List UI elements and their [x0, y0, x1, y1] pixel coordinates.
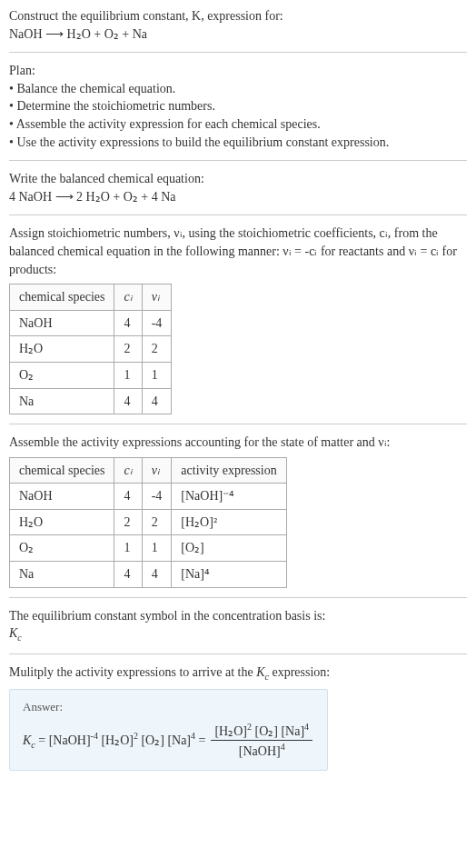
- cell-species: NaOH: [10, 484, 114, 510]
- cell-vi: 2: [142, 509, 172, 535]
- cell-activity: [Na]⁴: [172, 562, 286, 588]
- activity-table: chemical species cᵢ νᵢ activity expressi…: [9, 457, 287, 588]
- table-header-row: chemical species cᵢ νᵢ activity expressi…: [10, 457, 287, 484]
- cell-ci: 4: [114, 310, 142, 336]
- stoich-section: Assign stoichiometric numbers, νᵢ, using…: [9, 224, 467, 414]
- cell-species: O₂: [10, 535, 114, 562]
- intro: Construct the equilibrium constant, K, e…: [9, 7, 467, 43]
- cell-vi: 4: [142, 388, 172, 414]
- cell-species: Na: [10, 562, 114, 588]
- cell-species: O₂: [10, 362, 114, 388]
- cell-vi: 4: [142, 562, 172, 588]
- cell-species: NaOH: [10, 310, 114, 336]
- cell-ci: 2: [114, 509, 142, 535]
- stoich-table: chemical species cᵢ νᵢ NaOH 4 -4 H₂O 2 2…: [9, 284, 172, 414]
- answer-fraction: [H₂O]2 [O₂] [Na]4 [NaOH]4: [211, 721, 312, 761]
- answer-expression: Kc = [NaOH]-4 [H₂O]2 [O₂] [Na]4 = [H₂O]2…: [23, 721, 314, 761]
- table-row: NaOH 4 -4 [NaOH]⁻⁴: [10, 484, 287, 510]
- cell-species: H₂O: [10, 336, 114, 363]
- table-header-row: chemical species cᵢ νᵢ: [10, 284, 172, 311]
- cell-ci: 4: [114, 562, 142, 588]
- table-row: Na 4 4 [Na]⁴: [10, 562, 287, 588]
- cell-vi: 1: [142, 362, 172, 388]
- divider: [9, 52, 467, 53]
- table-row: O₂ 1 1: [10, 362, 172, 388]
- cell-vi: 1: [142, 535, 172, 562]
- table-row: Na 4 4: [10, 388, 172, 414]
- cell-vi: -4: [142, 484, 172, 510]
- header-ci: cᵢ: [114, 457, 142, 484]
- header-vi: νᵢ: [142, 457, 172, 484]
- cell-ci: 4: [114, 484, 142, 510]
- table-row: NaOH 4 -4: [10, 310, 172, 336]
- table-row: O₂ 1 1 [O₂]: [10, 535, 287, 562]
- answer-denominator: [NaOH]4: [211, 741, 312, 760]
- header-vi: νᵢ: [142, 284, 172, 311]
- divider: [9, 160, 467, 161]
- cell-ci: 2: [114, 336, 142, 363]
- cell-vi: -4: [142, 310, 172, 336]
- header-activity: activity expression: [172, 457, 286, 484]
- header-species: chemical species: [10, 284, 114, 311]
- plan-item-2: • Assemble the activity expression for e…: [9, 115, 467, 134]
- cell-activity: [H₂O]²: [172, 509, 286, 535]
- table-row: H₂O 2 2 [H₂O]²: [10, 509, 287, 535]
- cell-species: Na: [10, 388, 114, 414]
- plan-item-1: • Determine the stoichiometric numbers.: [9, 97, 467, 115]
- cell-ci: 1: [114, 362, 142, 388]
- balanced-eq: 4 NaOH ⟶ 2 H₂O + O₂ + 4 Na: [9, 188, 467, 206]
- plan-item-0: • Balance the chemical equation.: [9, 80, 467, 98]
- symbol-kc: Kc: [9, 624, 467, 644]
- answer-title: Answer:: [23, 699, 314, 715]
- cell-species: H₂O: [10, 509, 114, 535]
- stoich-label: Assign stoichiometric numbers, νᵢ, using…: [9, 224, 467, 278]
- intro-line1: Construct the equilibrium constant, K, e…: [9, 7, 467, 25]
- balanced-label: Write the balanced chemical equation:: [9, 170, 467, 188]
- activity-section: Assemble the activity expressions accoun…: [9, 434, 467, 588]
- activity-label: Assemble the activity expressions accoun…: [9, 434, 467, 452]
- divider: [9, 653, 467, 654]
- divider: [9, 597, 467, 598]
- answer-lhs: Kc = [NaOH]-4 [H₂O]2 [O₂] [Na]4 =: [23, 730, 205, 751]
- cell-ci: 4: [114, 388, 142, 414]
- symbol-section: The equilibrium constant symbol in the c…: [9, 607, 467, 644]
- cell-vi: 2: [142, 336, 172, 363]
- balanced-section: Write the balanced chemical equation: 4 …: [9, 170, 467, 205]
- cell-ci: 1: [114, 535, 142, 562]
- table-row: H₂O 2 2: [10, 336, 172, 363]
- divider: [9, 424, 467, 424]
- cell-activity: [O₂]: [172, 535, 286, 562]
- multiply-label: Mulitply the activity expressions to arr…: [9, 663, 467, 683]
- header-ci: cᵢ: [114, 284, 142, 311]
- plan-item-3: • Use the activity expressions to build …: [9, 134, 467, 152]
- cell-activity: [NaOH]⁻⁴: [172, 484, 286, 510]
- answer-numerator: [H₂O]2 [O₂] [Na]4: [211, 721, 312, 741]
- plan-label: Plan:: [9, 62, 467, 80]
- intro-eq: NaOH ⟶ H₂O + O₂ + Na: [9, 25, 467, 44]
- answer-box: Answer: Kc = [NaOH]-4 [H₂O]2 [O₂] [Na]4 …: [9, 689, 328, 771]
- multiply-section: Mulitply the activity expressions to arr…: [9, 663, 467, 770]
- symbol-label: The equilibrium constant symbol in the c…: [9, 607, 467, 625]
- plan-section: Plan: • Balance the chemical equation. •…: [9, 62, 467, 151]
- header-species: chemical species: [10, 457, 114, 484]
- divider: [9, 215, 467, 215]
